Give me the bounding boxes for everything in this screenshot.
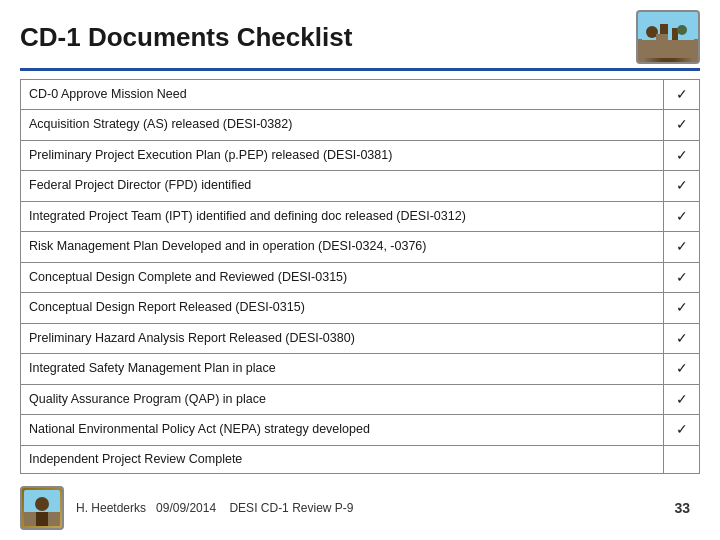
checklist-item-check: ✓ (664, 323, 700, 353)
checklist-item-label: Acquisition Strategy (AS) released (DESI… (21, 110, 664, 140)
svg-point-9 (35, 497, 49, 511)
checklist-item-label: Conceptual Design Complete and Reviewed … (21, 262, 664, 292)
page-number: 33 (674, 500, 690, 516)
footer-date: 09/09/2014 (156, 501, 216, 515)
checklist-item-label: Preliminary Hazard Analysis Report Relea… (21, 323, 664, 353)
table-row: Federal Project Director (FPD) identifie… (21, 171, 700, 201)
checklist-item-check: ✓ (664, 110, 700, 140)
table-row: Conceptual Design Complete and Reviewed … (21, 262, 700, 292)
checklist-item-check: ✓ (664, 80, 700, 110)
footer: H. Heetderks 09/09/2014 DESI CD-1 Review… (20, 482, 700, 530)
header-logo (636, 10, 700, 64)
checklist-item-check: ✓ (664, 171, 700, 201)
table-row: Conceptual Design Report Released (DESI-… (21, 293, 700, 323)
checklist-table: CD-0 Approve Mission Need✓Acquisition St… (20, 79, 700, 474)
checklist-item-check: ✓ (664, 354, 700, 384)
checklist-item-label: CD-0 Approve Mission Need (21, 80, 664, 110)
svg-rect-10 (36, 512, 48, 526)
table-row: Independent Project Review Complete (21, 445, 700, 473)
table-row: Acquisition Strategy (AS) released (DESI… (21, 110, 700, 140)
checklist-item-label: Integrated Safety Management Plan in pla… (21, 354, 664, 384)
page-title: CD-1 Documents Checklist (20, 22, 352, 53)
header: CD-1 Documents Checklist (20, 10, 700, 71)
checklist-item-check (664, 445, 700, 473)
checklist-item-label: Preliminary Project Execution Plan (p.PE… (21, 140, 664, 170)
table-row: Quality Assurance Program (QAP) in place… (21, 384, 700, 414)
checklist-item-check: ✓ (664, 232, 700, 262)
footer-info: H. Heetderks 09/09/2014 DESI CD-1 Review… (76, 501, 353, 515)
logo-inner (638, 12, 698, 62)
page-container: CD-1 Documents Checklist CD-0 Approve Mi… (0, 0, 720, 540)
table-row: Integrated Safety Management Plan in pla… (21, 354, 700, 384)
checklist-item-label: Integrated Project Team (IPT) identified… (21, 201, 664, 231)
svg-rect-1 (642, 40, 694, 58)
checklist-item-label: Conceptual Design Report Released (DESI-… (21, 293, 664, 323)
checklist-item-check: ✓ (664, 415, 700, 445)
checklist-item-check: ✓ (664, 384, 700, 414)
checklist-item-check: ✓ (664, 293, 700, 323)
table-row: CD-0 Approve Mission Need✓ (21, 80, 700, 110)
checklist-item-check: ✓ (664, 201, 700, 231)
checklist-item-label: Federal Project Director (FPD) identifie… (21, 171, 664, 201)
footer-logo (20, 486, 64, 530)
footer-author: H. Heetderks (76, 501, 146, 515)
svg-point-5 (677, 25, 687, 35)
table-row: Preliminary Hazard Analysis Report Relea… (21, 323, 700, 353)
footer-presentation: DESI CD-1 Review P-9 (229, 501, 353, 515)
checklist-item-label: Independent Project Review Complete (21, 445, 664, 473)
svg-rect-6 (656, 34, 668, 40)
table-row: Integrated Project Team (IPT) identified… (21, 201, 700, 231)
checklist-item-label: Risk Management Plan Developed and in op… (21, 232, 664, 262)
table-row: National Environmental Policy Act (NEPA)… (21, 415, 700, 445)
checklist-item-check: ✓ (664, 262, 700, 292)
checklist-item-check: ✓ (664, 140, 700, 170)
table-row: Preliminary Project Execution Plan (p.PE… (21, 140, 700, 170)
checklist-item-label: Quality Assurance Program (QAP) in place (21, 384, 664, 414)
footer-left: H. Heetderks 09/09/2014 DESI CD-1 Review… (20, 486, 353, 530)
table-row: Risk Management Plan Developed and in op… (21, 232, 700, 262)
checklist-item-label: National Environmental Policy Act (NEPA)… (21, 415, 664, 445)
